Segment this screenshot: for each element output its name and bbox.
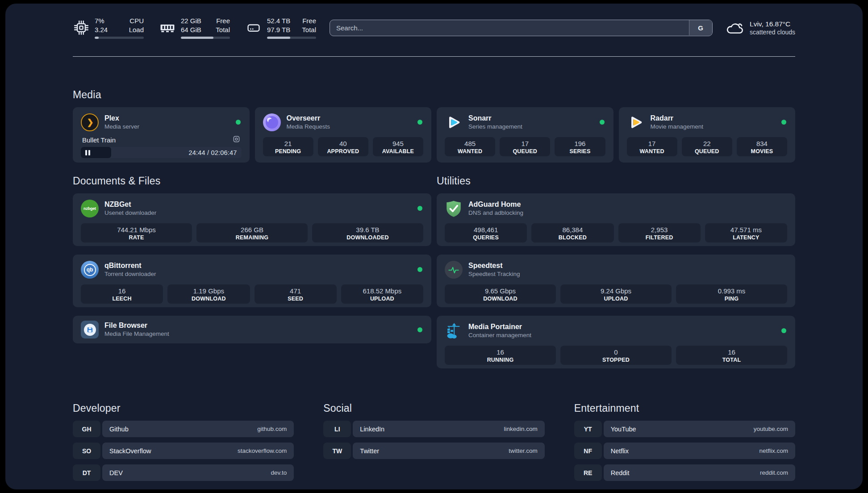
app-card-sonarr[interactable]: Sonarr Series management 485 WANTED 17 Q… <box>437 107 613 163</box>
cpu-icon <box>73 19 90 36</box>
cpu-load-label: Load <box>129 25 144 34</box>
search-provider-button[interactable]: G <box>689 20 712 35</box>
app-name: qBittorrent <box>104 261 156 271</box>
app-card-qbittorrent[interactable]: qb qBittorrent Torrent downloader 16 LEE… <box>73 255 431 307</box>
portainer-icon <box>445 322 463 340</box>
disk-progress-fill <box>267 37 290 39</box>
stat-approved: 40 APPROVED <box>318 137 368 156</box>
bookmark-linkedin[interactable]: LI LinkedIn linkedin.com <box>323 421 544 437</box>
app-card-filebrowser[interactable]: File Browser Media File Management <box>73 316 431 343</box>
pause-icon[interactable] <box>81 147 90 158</box>
ram-free-value: 22 GiB <box>181 17 201 25</box>
nzbget-icon: nzbget <box>81 200 99 217</box>
stat-wanted: 17 WANTED <box>627 137 677 156</box>
status-dot <box>600 120 605 125</box>
stat-filtered: 2,953 FILTERED <box>618 223 701 242</box>
status-dot <box>417 267 422 272</box>
stat-downloaded: 39.6 TB DOWNLOADED <box>312 223 423 242</box>
stat-upload: 9.24 Gbps UPLOAD <box>560 284 672 304</box>
stat-series: 196 SERIES <box>555 137 605 156</box>
app-card-plex[interactable]: Plex Media server Bullet Train <box>73 107 250 163</box>
cpu-progress-fill <box>95 37 99 39</box>
disk-total-label: Total <box>302 25 316 34</box>
top-bar: 7% CPU 3.24 Load <box>73 16 795 39</box>
bookmark-netflix[interactable]: NF Netflix netflix.com <box>574 443 795 459</box>
stat-running: 16 RUNNING <box>445 346 556 365</box>
bookmarks-developer: Developer GH Github github.com SO StackO… <box>73 402 294 486</box>
stat-seed: 471 SEED <box>255 284 337 304</box>
section-title-developer: Developer <box>73 402 294 414</box>
app-card-radarr[interactable]: Radarr Movie management 17 WANTED 22 QUE… <box>619 107 796 163</box>
section-title-entertainment: Entertainment <box>574 402 795 414</box>
app-name: Radarr <box>651 114 704 123</box>
app-subtitle: Movie management <box>651 123 704 131</box>
speedtest-icon <box>445 261 463 279</box>
disk-free-label: Free <box>302 17 316 25</box>
bookmark-stackoverflow[interactable]: SO StackOverflow stackoverflow.com <box>73 443 294 459</box>
bookmark-reddit[interactable]: RE Reddit reddit.com <box>574 464 795 481</box>
qbittorrent-icon: qb <box>81 261 99 279</box>
section-title-utilities: Utilities <box>437 175 795 187</box>
stat-upload: 618.52 Mbps UPLOAD <box>341 284 423 304</box>
app-card-adguard[interactable]: AdGuard Home DNS and adblocking 498,461 … <box>437 193 795 246</box>
cpu-usage-value: 7% <box>95 17 104 25</box>
app-card-nzbget[interactable]: nzbget NZBGet Usenet downloader 744.21 M… <box>73 193 431 246</box>
ram-progress-track <box>181 37 230 39</box>
search-bar: G <box>330 20 713 36</box>
app-subtitle: Media Requests <box>287 123 330 131</box>
bookmark-twitter[interactable]: TW Twitter twitter.com <box>323 443 544 459</box>
stat-blocked: 86,384 BLOCKED <box>531 223 613 242</box>
bookmark-github[interactable]: GH Github github.com <box>73 421 294 437</box>
ram-progress-fill <box>181 37 213 39</box>
cloud-icon <box>725 20 744 36</box>
app-name: Speedtest <box>468 261 520 271</box>
stat-queries: 498,461 QUERIES <box>445 223 527 242</box>
app-card-portainer[interactable]: Media Portainer Container management 16 … <box>437 316 795 368</box>
app-card-overseerr[interactable]: Overseerr Media Requests 21 PENDING 40 A… <box>255 107 432 163</box>
app-subtitle: DNS and adblocking <box>468 209 523 217</box>
screen-icon <box>233 135 240 144</box>
app-subtitle: Speedtest Tracking <box>468 271 520 278</box>
status-dot <box>417 206 422 211</box>
stat-queued: 22 QUEUED <box>682 137 732 156</box>
sonarr-icon <box>445 113 463 131</box>
stat-available: 945 AVAILABLE <box>373 137 423 156</box>
search-input[interactable] <box>330 20 713 36</box>
app-name: NZBGet <box>104 200 156 209</box>
bookmark-dev[interactable]: DT DEV dev.to <box>73 464 294 481</box>
stat-total: 16 TOTAL <box>676 346 787 365</box>
disk-total-value: 97.9 TB <box>267 25 290 34</box>
playback-time: 24:44 / 02:06:47 <box>188 149 237 156</box>
bookmarks-social: Social LI LinkedIn linkedin.com TW Twitt… <box>323 402 544 486</box>
dashboard-window: 7% CPU 3.24 Load <box>5 4 863 489</box>
utilities-column: Utilities <box>437 175 795 377</box>
cpu-load-value: 3.24 <box>95 25 108 34</box>
cpu-progress-track <box>95 37 144 39</box>
app-subtitle: Media File Management <box>104 330 169 338</box>
system-stats: 7% CPU 3.24 Load <box>73 17 316 39</box>
stat-wanted: 485 WANTED <box>445 137 495 156</box>
ram-total-label: Total <box>216 25 230 34</box>
weather-condition: scattered clouds <box>750 29 795 36</box>
app-subtitle: Media server <box>104 123 139 131</box>
app-subtitle: Torrent downloader <box>104 271 156 278</box>
disk-stat: 52.4 TB Free 97.9 TB Total <box>245 17 316 39</box>
ram-stat: 22 GiB Free 64 GiB Total <box>159 17 230 39</box>
app-name: Media Portainer <box>468 322 531 332</box>
app-subtitle: Series management <box>468 123 522 131</box>
status-dot <box>417 327 422 332</box>
app-subtitle: Usenet downloader <box>104 209 156 217</box>
cpu-label: CPU <box>129 17 144 25</box>
disk-icon <box>245 19 262 36</box>
stat-rate: 744.21 Mbps RATE <box>81 223 192 242</box>
app-name: Overseerr <box>287 114 330 123</box>
bookmarks-entertainment: Entertainment YT YouTube youtube.com NF … <box>574 402 795 486</box>
app-name: AdGuard Home <box>468 200 523 209</box>
bookmark-youtube[interactable]: YT YouTube youtube.com <box>574 421 795 437</box>
stat-leech: 16 LEECH <box>81 284 163 304</box>
plex-icon <box>81 113 99 131</box>
plex-now-playing: Bullet Train 24:44 / 02:06:47 <box>81 135 242 158</box>
disk-progress-track <box>267 37 316 39</box>
stat-download: 1.19 Gbps DOWNLOAD <box>167 284 250 304</box>
app-card-speedtest[interactable]: Speedtest Speedtest Tracking 9.65 Gbps D… <box>437 255 795 307</box>
